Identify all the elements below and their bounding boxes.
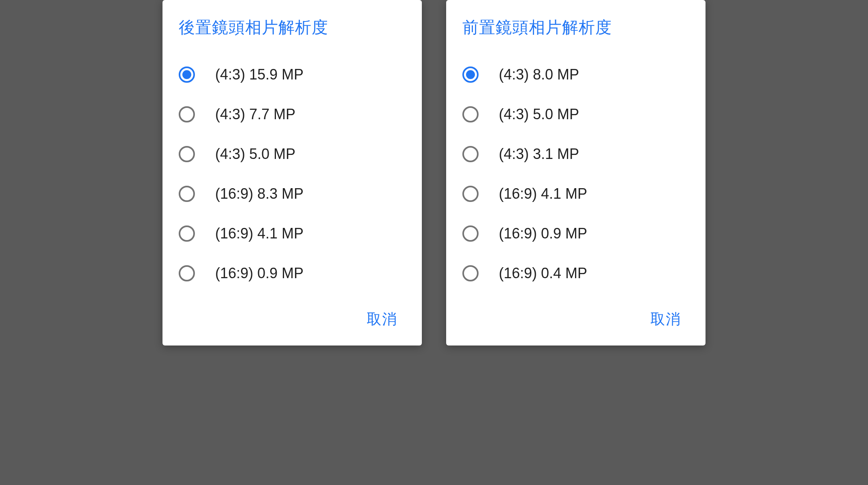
radio-icon — [462, 106, 479, 122]
front-option-3[interactable]: (16:9) 4.1 MP — [462, 174, 689, 214]
radio-icon — [179, 146, 195, 162]
front-camera-resolution-dialog: 前置鏡頭相片解析度 (4:3) 8.0 MP (4:3) 5.0 MP (4:3… — [446, 0, 706, 346]
radio-icon — [462, 146, 479, 162]
rear-option-0[interactable]: (4:3) 15.9 MP — [179, 55, 406, 94]
radio-icon — [179, 186, 195, 202]
option-label: (16:9) 0.9 MP — [499, 225, 587, 242]
front-options-list: (4:3) 8.0 MP (4:3) 5.0 MP (4:3) 3.1 MP (… — [462, 55, 689, 293]
dialog-title-front: 前置鏡頭相片解析度 — [462, 16, 689, 39]
rear-option-2[interactable]: (4:3) 5.0 MP — [179, 134, 406, 174]
radio-icon — [179, 225, 195, 242]
front-option-2[interactable]: (4:3) 3.1 MP — [462, 134, 689, 174]
option-label: (4:3) 5.0 MP — [499, 106, 579, 123]
front-option-1[interactable]: (4:3) 5.0 MP — [462, 94, 689, 134]
radio-icon — [179, 106, 195, 122]
dialog-title-rear: 後置鏡頭相片解析度 — [179, 16, 406, 39]
radio-icon — [179, 67, 195, 83]
radio-icon — [179, 265, 195, 281]
rear-option-4[interactable]: (16:9) 4.1 MP — [179, 214, 406, 253]
option-label: (4:3) 15.9 MP — [215, 66, 304, 83]
option-label: (4:3) 5.0 MP — [215, 146, 295, 163]
front-option-0[interactable]: (4:3) 8.0 MP — [462, 55, 689, 94]
option-label: (16:9) 4.1 MP — [499, 185, 587, 202]
rear-option-5[interactable]: (16:9) 0.9 MP — [179, 253, 406, 293]
dialog-actions: 取消 — [179, 305, 406, 333]
rear-camera-resolution-dialog: 後置鏡頭相片解析度 (4:3) 15.9 MP (4:3) 7.7 MP (4:… — [162, 0, 422, 346]
dialog-actions: 取消 — [462, 305, 689, 333]
rear-options-list: (4:3) 15.9 MP (4:3) 7.7 MP (4:3) 5.0 MP … — [179, 55, 406, 293]
cancel-button[interactable]: 取消 — [642, 305, 689, 333]
option-label: (16:9) 4.1 MP — [215, 225, 304, 242]
rear-option-1[interactable]: (4:3) 7.7 MP — [179, 94, 406, 134]
option-label: (4:3) 8.0 MP — [499, 66, 579, 83]
option-label: (16:9) 0.4 MP — [499, 265, 587, 282]
radio-icon — [462, 265, 479, 281]
radio-icon — [462, 186, 479, 202]
front-option-4[interactable]: (16:9) 0.9 MP — [462, 214, 689, 253]
option-label: (4:3) 7.7 MP — [215, 106, 295, 123]
radio-icon — [462, 225, 479, 242]
option-label: (16:9) 0.9 MP — [215, 265, 304, 282]
front-option-5[interactable]: (16:9) 0.4 MP — [462, 253, 689, 293]
option-label: (4:3) 3.1 MP — [499, 146, 579, 163]
rear-option-3[interactable]: (16:9) 8.3 MP — [179, 174, 406, 214]
radio-icon — [462, 67, 479, 83]
option-label: (16:9) 8.3 MP — [215, 185, 304, 202]
cancel-button[interactable]: 取消 — [359, 305, 406, 333]
